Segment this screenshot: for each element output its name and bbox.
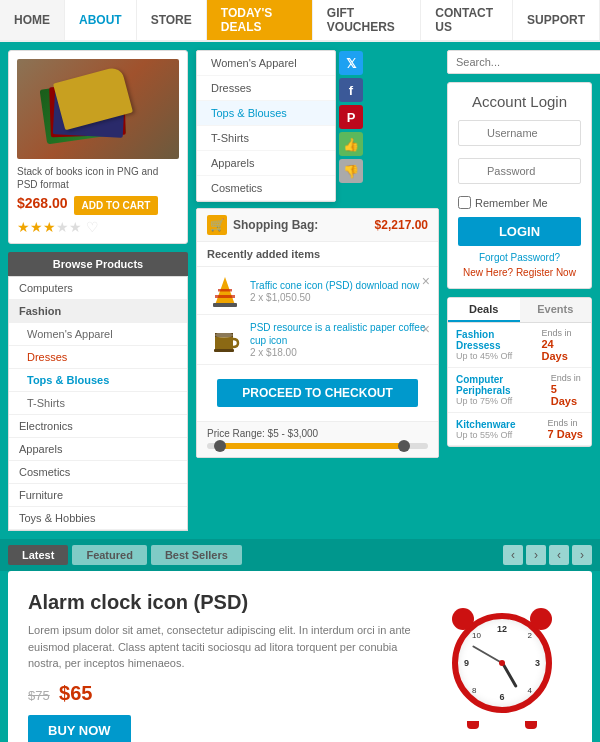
nav-item-deals[interactable]: TODAY'S DEALS — [207, 0, 313, 40]
banner-title: Alarm clock icon (PSD) — [28, 591, 417, 614]
shopping-bag-header: 🛒 Shopping Bag: $2,217.00 — [197, 209, 438, 242]
featured-tab-btn[interactable]: Featured — [72, 545, 146, 565]
cart-item-1: Traffic cone icon (PSD) download now 2 x… — [197, 267, 438, 315]
deal-item-kitchen: Kitchenware Up to 55% Off Ends in 7 Days — [448, 413, 591, 446]
cart-item-1-remove[interactable]: × — [422, 273, 430, 289]
add-to-cart-button[interactable]: ADD TO CART — [74, 196, 159, 215]
range-handle-left[interactable] — [214, 440, 226, 452]
dropdown-item-apparels[interactable]: Apparels — [197, 151, 335, 176]
twitter-icon[interactable]: 𝕏 — [339, 51, 363, 75]
svg-rect-3 — [213, 303, 237, 307]
deal-fashion-days: 24 Days — [541, 338, 583, 362]
banner-pricing: $75 $65 — [28, 682, 417, 705]
svg-rect-1 — [215, 295, 235, 298]
banner-description: Lorem ipsum dolor sit amet, consectetur … — [28, 622, 417, 672]
cart-item-2-image — [207, 322, 242, 357]
browse-item-dresses[interactable]: Dresses — [9, 346, 187, 369]
remember-me-row: Remember Me — [458, 196, 581, 209]
nav-item-support[interactable]: SUPPORT — [513, 0, 600, 40]
deal-fashion-name[interactable]: Fashion Dressess — [456, 329, 541, 351]
social-icons: 𝕏 f P 👍 👎 — [339, 51, 363, 183]
dropdown-item-cosmetics[interactable]: Cosmetics — [197, 176, 335, 201]
browse-item-computers[interactable]: Computers — [9, 277, 187, 300]
browse-item-furniture[interactable]: Furniture — [9, 484, 187, 507]
nav-item-about[interactable]: ABOUT — [65, 0, 137, 40]
bestsellers-tab-btn[interactable]: Best Sellers — [151, 545, 242, 565]
product-image — [17, 59, 179, 159]
username-wrapper: 👤 — [458, 120, 581, 152]
dropdown-item-tops[interactable]: Tops & Blouses — [197, 101, 335, 126]
browse-item-electronics[interactable]: Electronics — [9, 415, 187, 438]
product-stars: ★★★ — [17, 219, 56, 235]
events-tab[interactable]: Events — [520, 298, 592, 322]
login-button[interactable]: LOGIN — [458, 217, 581, 246]
deal-fashion-ends: Ends in — [541, 328, 583, 338]
dropdown-item-womens[interactable]: Women's Apparel — [197, 51, 335, 76]
prev-arrow-left2[interactable]: ‹ — [549, 545, 569, 565]
forgot-password-link[interactable]: Forgot Password? — [458, 252, 581, 263]
browse-item-fashion[interactable]: Fashion — [9, 300, 187, 323]
thumbup-icon[interactable]: 👍 — [339, 132, 363, 156]
deal-computers-name[interactable]: Computer Peripherals — [456, 374, 551, 396]
cart-item-2-name[interactable]: PSD resource is a realistic paper coffee… — [250, 321, 428, 347]
search-box: SEARCH — [447, 50, 592, 74]
cart-item-1-image — [207, 273, 242, 308]
browse-item-womens[interactable]: Women's Apparel — [9, 323, 187, 346]
account-login-panel: Account Login 👤 🔒 Remember Me LOGIN Forg… — [447, 82, 592, 289]
svg-point-7 — [215, 332, 233, 338]
thumbdown-icon[interactable]: 👎 — [339, 159, 363, 183]
price-range: Price Range: $5 - $3,000 — [197, 421, 438, 457]
register-link[interactable]: New Here? Register Now — [458, 267, 581, 278]
clock-outer: 12 6 9 3 2 10 4 8 — [447, 613, 557, 723]
bottom-banner: Alarm clock icon (PSD) Lorem ipsum dolor… — [8, 571, 592, 742]
browse-item-tops[interactable]: Tops & Blouses — [9, 369, 187, 392]
deal-computers-days: 5 Days — [551, 383, 583, 407]
clock-illustration: 12 6 9 3 2 10 4 8 — [432, 613, 572, 723]
nav-item-vouchers[interactable]: GIFT VOUCHERS — [313, 0, 422, 40]
deal-item-fashion: Fashion Dressess Up to 45% Off Ends in 2… — [448, 323, 591, 368]
nav-item-store[interactable]: STORE — [137, 0, 207, 40]
clock-minute-hand — [472, 645, 502, 664]
banner-text: Alarm clock icon (PSD) Lorem ipsum dolor… — [28, 591, 417, 742]
search-input[interactable] — [447, 50, 600, 74]
cart-item-1-info: Traffic cone icon (PSD) download now 2 x… — [250, 279, 428, 303]
bag-label: Shopping Bag: — [233, 218, 318, 232]
dropdown-menu: Women's Apparel Dresses Tops & Blouses T… — [196, 50, 336, 202]
prev-arrow-left[interactable]: ‹ — [503, 545, 523, 565]
pagination-arrows: ‹ › ‹ › — [503, 545, 592, 565]
bottom-tabs-row: Latest Featured Best Sellers ‹ › ‹ › — [0, 539, 600, 571]
range-handle-right[interactable] — [398, 440, 410, 452]
clock-foot-left — [467, 721, 479, 729]
browse-item-tshirts[interactable]: T-Shirts — [9, 392, 187, 415]
wishlist-heart-icon[interactable]: ♡ — [86, 219, 99, 235]
svg-rect-6 — [214, 349, 234, 352]
clock-foot-right — [525, 721, 537, 729]
browse-item-toys[interactable]: Toys & Hobbies — [9, 507, 187, 530]
dropdown-item-dresses[interactable]: Dresses — [197, 76, 335, 101]
next-arrow-right[interactable]: › — [526, 545, 546, 565]
nav-item-home[interactable]: HOME — [0, 0, 65, 40]
next-arrow-right2[interactable]: › — [572, 545, 592, 565]
login-title: Account Login — [458, 93, 581, 110]
deal-kitchen-name[interactable]: Kitchenware — [456, 419, 515, 430]
browse-item-apparels[interactable]: Apparels — [9, 438, 187, 461]
browse-item-cosmetics[interactable]: Cosmetics — [9, 461, 187, 484]
username-input[interactable] — [458, 120, 581, 146]
recently-added-label: Recently added items — [197, 242, 438, 267]
latest-tab-btn[interactable]: Latest — [8, 545, 68, 565]
proceed-to-checkout-button[interactable]: PROCEED TO CHECKOUT — [217, 379, 418, 407]
product-description: Stack of books icon in PNG and PSD forma… — [17, 165, 179, 191]
cart-item-1-name[interactable]: Traffic cone icon (PSD) download now — [250, 279, 428, 292]
cart-item-2-remove[interactable]: × — [422, 321, 430, 337]
range-slider[interactable] — [207, 443, 428, 449]
deal-kitchen-discount: Up to 55% Off — [456, 430, 515, 440]
remember-me-checkbox[interactable] — [458, 196, 471, 209]
deals-tab[interactable]: Deals — [448, 298, 520, 322]
banner-new-price: $65 — [59, 682, 92, 704]
buy-now-button[interactable]: BUY NOW — [28, 715, 131, 743]
password-input[interactable] — [458, 158, 581, 184]
dropdown-item-tshirts[interactable]: T-Shirts — [197, 126, 335, 151]
facebook-icon[interactable]: f — [339, 78, 363, 102]
pinterest-icon[interactable]: P — [339, 105, 363, 129]
nav-item-contact[interactable]: CONTACT US — [421, 0, 513, 40]
